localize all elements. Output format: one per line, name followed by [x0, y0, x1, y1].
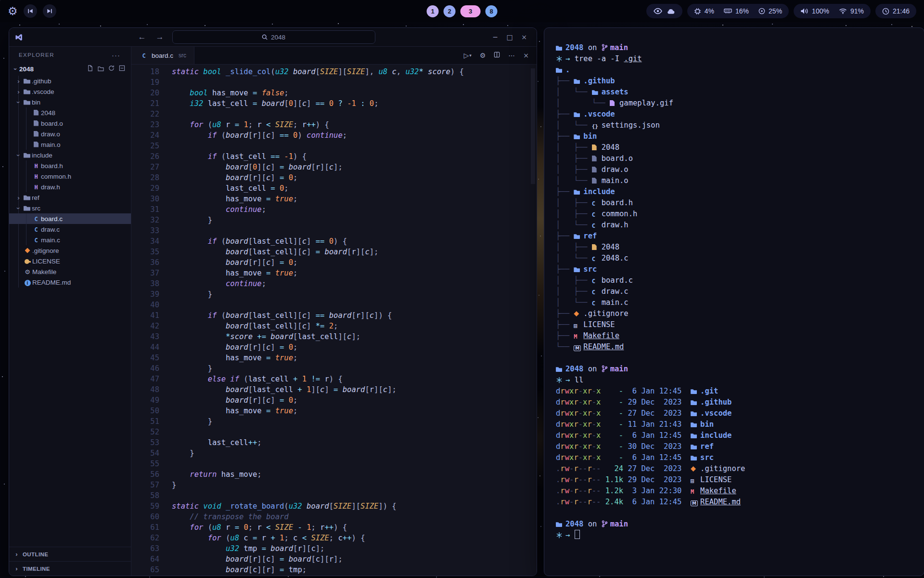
- tree-item-draw.h[interactable]: draw.h: [9, 182, 131, 192]
- audio-network-module[interactable]: 100% 91%: [794, 4, 871, 18]
- code-line-57: 57}: [131, 480, 537, 490]
- clock-module[interactable]: 21:46: [875, 4, 916, 18]
- tree-item-main.o[interactable]: main.o: [9, 139, 131, 150]
- tree-item-common.h[interactable]: common.h: [9, 171, 131, 182]
- folder-icon: [592, 87, 602, 98]
- line-number: 25: [131, 141, 159, 151]
- media-next-button[interactable]: [43, 4, 56, 18]
- refresh-explorer-button[interactable]: [108, 65, 115, 73]
- command-center-search[interactable]: 2048: [172, 30, 375, 44]
- tree-item-.gitignore[interactable]: .gitignore: [9, 245, 131, 256]
- outline-section[interactable]: OUTLINE: [9, 547, 131, 561]
- explorer-more-actions-button[interactable]: ···: [109, 51, 123, 60]
- line-number: 54: [131, 448, 159, 459]
- media-previous-button[interactable]: [24, 4, 37, 18]
- run-code-button[interactable]: ▷▾: [463, 52, 471, 59]
- close-button[interactable]: ×: [517, 33, 531, 41]
- code-line-30: 30 has_move = true;: [131, 194, 537, 204]
- system-stats-module[interactable]: 4% 16% 25%: [687, 4, 789, 18]
- tree-item-ref[interactable]: ref: [9, 192, 131, 203]
- book-icon: [574, 319, 583, 331]
- tree-item-main.c[interactable]: main.c: [9, 235, 131, 245]
- tree-item-board.c[interactable]: board.c: [9, 213, 131, 224]
- line-number: 42: [131, 321, 159, 331]
- line-number: 43: [131, 331, 159, 342]
- tree-output-row: │ └── assets: [556, 87, 912, 98]
- tree-item-draw.c[interactable]: draw.c: [9, 224, 131, 235]
- line-number: 35: [131, 247, 159, 257]
- tree-item-label: .vscode: [32, 88, 54, 95]
- line-text: else if (last_cell + 1 != r) {: [159, 374, 343, 384]
- clock-time: 21:46: [893, 7, 910, 15]
- collapse-folders-button[interactable]: [119, 65, 125, 73]
- tab-board-c[interactable]: board.c src: [131, 47, 194, 64]
- workspace-8[interactable]: 8: [486, 5, 498, 17]
- tree-item-README.md[interactable]: README.md: [9, 277, 131, 288]
- close-editor-button[interactable]: ×: [523, 52, 529, 59]
- line-text: }: [159, 416, 212, 427]
- maximize-button[interactable]: □: [503, 33, 516, 41]
- tree-item-Makefile[interactable]: Makefile: [9, 266, 131, 277]
- new-folder-button[interactable]: [98, 66, 104, 73]
- tree-item-LICENSE[interactable]: LICENSE: [9, 256, 131, 266]
- workspace-1[interactable]: 1: [427, 5, 439, 17]
- tree-output-row: ├── Makefile: [556, 330, 912, 342]
- nav-forward-button[interactable]: →: [153, 32, 167, 42]
- timeline-label: TIMELINE: [23, 566, 50, 572]
- line-number: 33: [131, 225, 159, 236]
- line-number: 50: [131, 406, 159, 416]
- line-number: 60: [131, 512, 159, 522]
- folder-icon: [556, 364, 565, 375]
- tree-item-src[interactable]: src: [9, 203, 131, 213]
- line-text: board[r][c] = 0;: [159, 172, 297, 183]
- tree-output-row: .: [556, 65, 912, 76]
- listing-row: drwxr-xr-x - 6 Jan 12:45 include: [556, 430, 912, 441]
- project-root-row[interactable]: 2048: [9, 63, 131, 75]
- line-number: 57: [131, 480, 159, 490]
- line-number: 30: [131, 194, 159, 204]
- more-actions-button[interactable]: ⋯: [508, 52, 515, 59]
- listing-row: .rw-r--r-- 24 27 Dec 2023 .gitignore: [556, 463, 912, 474]
- code-line-20: 20 bool has_move = false;: [131, 88, 537, 98]
- tree-item-label: README.md: [32, 279, 71, 286]
- code-line-39: 39 }: [131, 289, 537, 300]
- chevron-down-icon: [15, 205, 22, 212]
- line-text: if (board[last_cell][c] == 0) {: [159, 236, 347, 247]
- line-number: 28: [131, 172, 159, 183]
- split-editor-button[interactable]: [494, 52, 500, 59]
- tree-item-2048[interactable]: 2048: [9, 107, 131, 118]
- minimize-button[interactable]: ─: [488, 33, 502, 41]
- line-text: board[r][c] = 0;: [159, 342, 297, 353]
- workspace-3[interactable]: 3: [461, 5, 481, 17]
- tree-item-bin[interactable]: bin: [9, 97, 131, 107]
- weather-module[interactable]: [646, 4, 682, 18]
- make-icon: [574, 330, 583, 342]
- settings-gear-button[interactable]: ⚙: [480, 52, 486, 59]
- line-text: }: [159, 448, 194, 459]
- new-file-button[interactable]: [87, 65, 93, 73]
- line-number: 19: [131, 77, 159, 88]
- tree-item-draw.o[interactable]: draw.o: [9, 129, 131, 139]
- tree-item-include[interactable]: include: [9, 150, 131, 160]
- tree-item-board.h[interactable]: board.h: [9, 160, 131, 171]
- explorer-sidebar: EXPLORER ··· 2048 .github.vscodebin2048b…: [9, 47, 131, 576]
- tree-item-board.o[interactable]: board.o: [9, 118, 131, 129]
- code-editor[interactable]: 18static bool _slide_col(u32 board[SIZE]…: [131, 65, 537, 576]
- line-text: [159, 427, 172, 437]
- terminal-window[interactable]: 2048 on main→ tree -a -I .git.├── .githu…: [544, 27, 924, 576]
- workspace-2[interactable]: 2: [444, 5, 456, 17]
- timeline-section[interactable]: TIMELINE: [9, 561, 131, 576]
- nav-back-button[interactable]: ←: [135, 32, 150, 42]
- tree-item-.vscode[interactable]: .vscode: [9, 86, 131, 97]
- launcher-gear-icon[interactable]: ⚙: [8, 6, 18, 17]
- tree-output-row: └── README.md: [556, 342, 912, 353]
- tree-item-.github[interactable]: .github: [9, 76, 131, 86]
- listing-row: drwxr-xr-x - 30 Dec 2023 ref: [556, 441, 912, 452]
- line-number: 23: [131, 119, 159, 130]
- line-number: 36: [131, 257, 159, 268]
- folder-icon: [691, 386, 700, 397]
- line-text: for (u8 r = 1; r < SIZE; r++) {: [159, 119, 329, 130]
- chevron-down-icon: [12, 66, 19, 73]
- file-info-icon: [23, 278, 32, 286]
- code-line-61: 61 for (u8 r = 0; r < SIZE - 1; r++) {: [131, 522, 537, 533]
